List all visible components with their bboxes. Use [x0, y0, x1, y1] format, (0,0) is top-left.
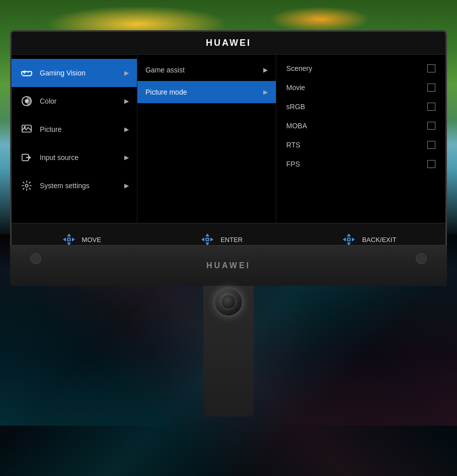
- picture-icon: [20, 122, 34, 136]
- srgb-label: sRGB: [286, 103, 427, 111]
- scenery-checkbox[interactable]: [427, 64, 435, 72]
- sub-menu-column: Game assist ▶ Picture mode ▶: [137, 55, 276, 243]
- picture-label: Picture: [40, 125, 124, 133]
- svg-marker-7: [67, 233, 71, 236]
- move-dpad-icon: [61, 231, 77, 247]
- srgb-checkbox[interactable]: [427, 103, 435, 111]
- nav-enter: ENTER: [199, 231, 243, 247]
- input-icon: [20, 150, 34, 165]
- color-arrow: ▶: [124, 98, 129, 105]
- nav-bar: MOVE ENTER: [12, 223, 445, 247]
- svg-marker-22: [352, 237, 355, 242]
- back-exit-label: BACK/EXIT: [362, 236, 396, 244]
- bezel-button-left[interactable]: [30, 253, 41, 264]
- move-label: MOVE: [82, 236, 101, 244]
- menu-item-picture[interactable]: Picture ▶: [12, 115, 137, 143]
- svg-marker-15: [201, 237, 204, 242]
- gaming-vision-label: Gaming Vision: [40, 69, 124, 77]
- menu-item-system-settings[interactable]: System settings ▶: [12, 172, 137, 200]
- menu-item-gaming-vision[interactable]: Gaming Vision ▶: [12, 59, 137, 87]
- fps-checkbox[interactable]: [427, 160, 435, 168]
- monitor: HUAWEI Gaming Vision ▶: [10, 30, 447, 476]
- enter-label: ENTER: [220, 236, 243, 244]
- option-scenery[interactable]: Scenery: [276, 59, 445, 78]
- brand-title: HUAWEI: [206, 38, 251, 48]
- svg-marker-19: [347, 233, 351, 236]
- color-label: Color: [40, 97, 124, 105]
- game-assist-label: Game assist: [145, 66, 263, 74]
- svg-point-1: [25, 99, 28, 103]
- enter-dpad-icon: [199, 231, 215, 247]
- svg-marker-16: [210, 237, 213, 242]
- svg-point-18: [206, 239, 208, 241]
- system-arrow: ▶: [124, 182, 129, 189]
- svg-marker-10: [72, 237, 75, 242]
- moba-checkbox[interactable]: [427, 122, 435, 130]
- menu-item-color[interactable]: Color ▶: [12, 87, 137, 115]
- moba-label: MOBA: [286, 122, 427, 130]
- monitor-screen: HUAWEI Gaming Vision ▶: [10, 30, 447, 247]
- option-movie[interactable]: Movie: [276, 78, 445, 97]
- color-icon: [20, 94, 34, 108]
- svg-point-12: [68, 239, 70, 241]
- svg-marker-21: [343, 237, 346, 242]
- system-settings-label: System settings: [40, 182, 124, 190]
- bezel-button-right[interactable]: [416, 253, 427, 264]
- svg-marker-9: [63, 237, 66, 242]
- nav-back-exit: BACK/EXIT: [341, 231, 396, 247]
- picture-arrow: ▶: [124, 126, 129, 133]
- option-srgb[interactable]: sRGB: [276, 97, 445, 116]
- svg-point-24: [348, 239, 350, 241]
- settings-icon: [20, 179, 34, 193]
- main-menu-column: Gaming Vision ▶ Color ▶: [12, 55, 137, 243]
- picture-mode-arrow: ▶: [263, 89, 268, 96]
- sub-menu-item-picture-mode[interactable]: Picture mode ▶: [137, 81, 276, 103]
- rts-label: RTS: [286, 141, 427, 149]
- movie-label: Movie: [286, 84, 427, 92]
- svg-point-3: [24, 126, 26, 128]
- monitor-title-bar: HUAWEI: [12, 32, 445, 55]
- option-moba[interactable]: MOBA: [276, 116, 445, 135]
- input-arrow: ▶: [124, 154, 129, 161]
- sub-menu-item-game-assist[interactable]: Game assist ▶: [137, 59, 276, 81]
- picture-mode-label: Picture mode: [145, 88, 263, 96]
- gamepad-icon: [20, 66, 34, 80]
- osd-menu: Gaming Vision ▶ Color ▶: [12, 55, 445, 243]
- monitor-bezel: HUAWEI: [10, 246, 447, 286]
- option-fps[interactable]: FPS: [276, 154, 445, 174]
- back-dpad-icon: [341, 231, 357, 247]
- game-assist-arrow: ▶: [263, 66, 268, 73]
- movie-checkbox[interactable]: [427, 84, 435, 92]
- input-source-label: Input source: [40, 153, 124, 162]
- rts-checkbox[interactable]: [427, 141, 435, 149]
- gaming-vision-arrow: ▶: [124, 69, 129, 76]
- svg-point-6: [25, 184, 28, 187]
- scenery-label: Scenery: [286, 64, 427, 72]
- option-rts[interactable]: RTS: [276, 135, 445, 154]
- fps-label: FPS: [286, 160, 427, 168]
- monitor-knob[interactable]: [213, 287, 244, 317]
- options-column: Scenery Movie sRGB MOBA RTS: [276, 55, 445, 243]
- svg-marker-13: [205, 233, 209, 236]
- nav-move: MOVE: [61, 231, 101, 247]
- bezel-logo: HUAWEI: [206, 261, 251, 270]
- menu-item-input-source[interactable]: Input source ▶: [12, 143, 137, 172]
